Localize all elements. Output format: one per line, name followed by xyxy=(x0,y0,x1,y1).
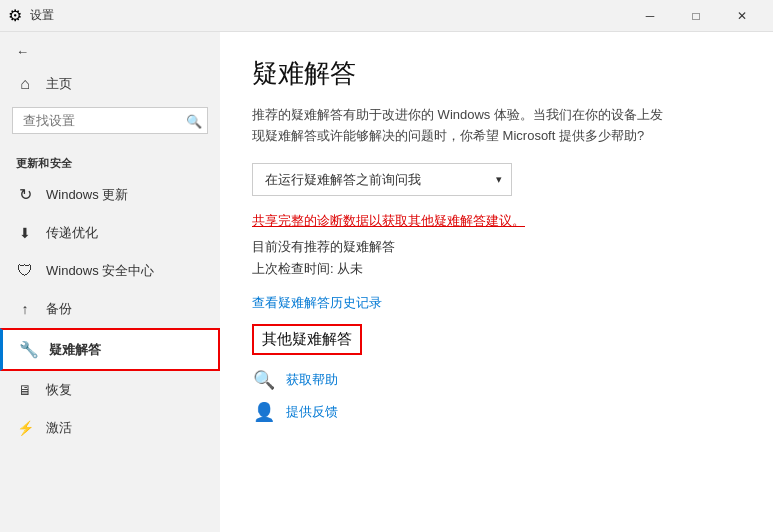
get-help-item[interactable]: 🔍 获取帮助 xyxy=(252,369,741,391)
dropdown-wrapper: 在运行疑难解答之前询问我 自动修复并通知我 在修复之前询问我 不要运行疑难解答 … xyxy=(252,163,512,196)
sidebar: ← ⌂ 主页 🔍 更新和安全 ↻ Windows 更新 ⬇ 传递优化 🛡 Win… xyxy=(0,32,220,532)
feedback-item[interactable]: 👤 提供反馈 xyxy=(252,401,741,423)
titlebar-left: ⚙ 设置 xyxy=(8,6,54,25)
feedback-label[interactable]: 提供反馈 xyxy=(286,403,338,421)
section-label: 更新和安全 xyxy=(0,146,220,175)
sidebar-item-troubleshoot[interactable]: 🔧 疑难解答 xyxy=(0,328,220,371)
sidebar-item-windows-update[interactable]: ↻ Windows 更新 xyxy=(0,175,220,214)
search-input[interactable] xyxy=(12,107,208,134)
back-button[interactable]: ← xyxy=(0,32,220,71)
diagnostic-link[interactable]: 共享完整的诊断数据以获取其他疑难解答建议。 xyxy=(252,212,741,230)
troubleshoot-dropdown[interactable]: 在运行疑难解答之前询问我 自动修复并通知我 在修复之前询问我 不要运行疑难解答 xyxy=(252,163,512,196)
last-check-text: 上次检查时间: 从未 xyxy=(252,260,741,278)
sidebar-item-home[interactable]: ⌂ 主页 xyxy=(0,71,220,103)
delivery-icon: ⬇ xyxy=(16,225,34,241)
search-box: 🔍 xyxy=(12,107,208,134)
content-area: 疑难解答 推荐的疑难解答有助于改进你的 Windows 体验。当我们在你的设备上… xyxy=(220,32,773,532)
other-section-title: 其他疑难解答 xyxy=(262,330,352,347)
shield-icon: 🛡 xyxy=(16,262,34,280)
other-section-box: 其他疑难解答 xyxy=(252,324,362,355)
titlebar-controls: ─ □ ✕ xyxy=(627,0,765,32)
back-icon: ← xyxy=(16,44,29,59)
sidebar-item-backup[interactable]: ↑ 备份 xyxy=(0,290,220,328)
troubleshoot-icon: 🔧 xyxy=(19,340,37,359)
main-layout: ← ⌂ 主页 🔍 更新和安全 ↻ Windows 更新 ⬇ 传递优化 🛡 Win… xyxy=(0,32,773,532)
dropdown-row: 在运行疑难解答之前询问我 自动修复并通知我 在修复之前询问我 不要运行疑难解答 … xyxy=(252,163,741,196)
page-title: 疑难解答 xyxy=(252,56,741,91)
maximize-button[interactable]: □ xyxy=(673,0,719,32)
sidebar-item-delivery-opt[interactable]: ⬇ 传递优化 xyxy=(0,214,220,252)
get-help-label[interactable]: 获取帮助 xyxy=(286,371,338,389)
sidebar-item-recovery[interactable]: 🖥 恢复 xyxy=(0,371,220,409)
activation-icon: ⚡ xyxy=(16,420,34,436)
settings-icon: ⚙ xyxy=(8,6,22,25)
get-help-icon: 🔍 xyxy=(252,369,276,391)
update-icon: ↻ xyxy=(16,185,34,204)
close-button[interactable]: ✕ xyxy=(719,0,765,32)
content-description: 推荐的疑难解答有助于改进你的 Windows 体验。当我们在你的设备上发现疑难解… xyxy=(252,105,672,147)
recovery-icon: 🖥 xyxy=(16,382,34,398)
sidebar-item-activation[interactable]: ⚡ 激活 xyxy=(0,409,220,447)
home-label: 主页 xyxy=(46,75,72,93)
feedback-icon: 👤 xyxy=(252,401,276,423)
minimize-button[interactable]: ─ xyxy=(627,0,673,32)
backup-icon: ↑ xyxy=(16,301,34,317)
home-icon: ⌂ xyxy=(16,75,34,93)
sidebar-item-security-center[interactable]: 🛡 Windows 安全中心 xyxy=(0,252,220,290)
titlebar: ⚙ 设置 ─ □ ✕ xyxy=(0,0,773,32)
no-recommended-text: 目前没有推荐的疑难解答 xyxy=(252,238,741,256)
search-icon: 🔍 xyxy=(186,113,202,128)
history-link[interactable]: 查看疑难解答历史记录 xyxy=(252,294,741,312)
titlebar-title: 设置 xyxy=(30,7,54,24)
